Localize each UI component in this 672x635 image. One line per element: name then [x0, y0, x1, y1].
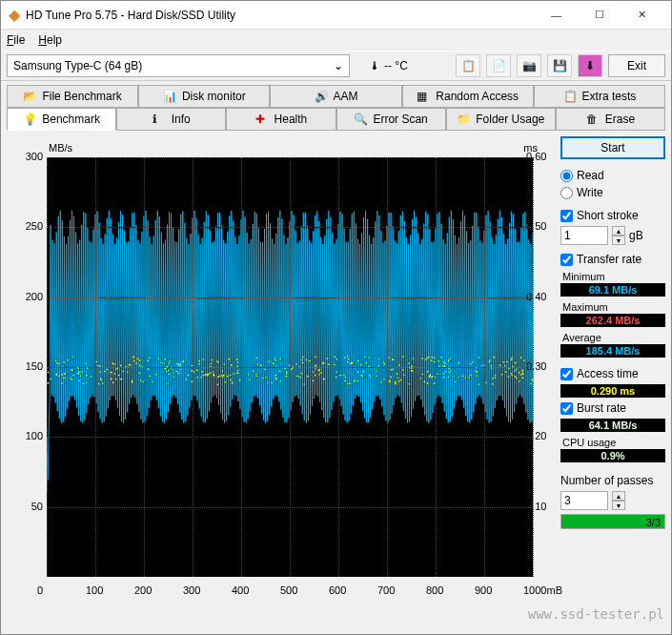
svg-point-377	[389, 379, 391, 381]
svg-point-368	[111, 372, 112, 374]
passes-field: ▲▼	[560, 491, 665, 510]
svg-point-392	[469, 377, 471, 379]
tab-health[interactable]: ✚Health	[226, 108, 336, 131]
info-icon: ℹ	[153, 113, 166, 126]
svg-point-367	[316, 368, 317, 370]
svg-point-210	[175, 371, 177, 373]
write-radio[interactable]: Write	[560, 186, 665, 199]
tab-error-scan[interactable]: 🔍Error Scan	[336, 108, 446, 131]
tab-folder-usage[interactable]: 📁Folder Usage	[446, 108, 556, 131]
svg-point-292	[112, 363, 113, 365]
svg-point-238	[200, 377, 202, 379]
exit-button[interactable]: Exit	[608, 54, 665, 77]
svg-point-346	[391, 369, 393, 371]
svg-point-24	[70, 378, 71, 379]
disk-monitor-icon: 📊	[163, 90, 176, 103]
svg-point-394	[320, 372, 322, 374]
svg-point-108	[347, 383, 349, 385]
svg-point-255	[309, 360, 311, 362]
svg-point-196	[450, 370, 452, 372]
svg-point-190	[426, 358, 428, 359]
burst-rate-check[interactable]: Burst rate	[560, 401, 665, 415]
svg-point-219	[519, 372, 520, 374]
minimize-button[interactable]: —	[535, 2, 578, 29]
svg-point-132	[99, 372, 101, 374]
tab-aam[interactable]: 🔊AAM	[270, 85, 401, 108]
copy-screenshot-button[interactable]: 📄	[486, 54, 511, 77]
svg-point-270	[443, 377, 445, 379]
svg-point-161	[344, 380, 346, 382]
svg-point-65	[139, 365, 141, 367]
svg-point-186	[139, 373, 141, 375]
svg-point-89	[237, 372, 239, 374]
svg-point-302	[72, 375, 74, 377]
svg-point-159	[420, 378, 422, 379]
maximize-button[interactable]: ☐	[578, 2, 621, 29]
svg-point-58	[479, 357, 480, 358]
file-benchmark-icon: 📂	[23, 90, 36, 103]
tab-file-benchmark[interactable]: 📂File Benchmark	[7, 85, 138, 108]
svg-point-297	[180, 363, 182, 365]
svg-point-31	[508, 376, 510, 378]
svg-point-0	[80, 375, 82, 377]
svg-point-265	[115, 379, 117, 380]
svg-point-276	[61, 382, 63, 384]
svg-point-25	[384, 363, 386, 365]
options-button[interactable]: ⬇	[578, 54, 602, 77]
svg-point-167	[50, 379, 51, 380]
svg-point-300	[230, 379, 232, 381]
window-title: HD Tune Pro 5.75 - Hard Disk/SSD Utility	[26, 9, 535, 22]
svg-point-72	[120, 365, 122, 367]
start-button[interactable]: Start	[560, 136, 665, 159]
svg-point-85	[448, 359, 450, 361]
passes-input[interactable]	[560, 491, 608, 510]
device-select[interactable]: Samsung Type-C (64 gB) ⌄	[7, 54, 350, 77]
benchmark-chart: MB/s ms 50100150200250300 0.100.200.300.…	[7, 136, 555, 604]
svg-point-327	[458, 362, 460, 364]
svg-point-3	[501, 374, 503, 376]
svg-point-66	[363, 371, 365, 373]
svg-point-142	[265, 377, 267, 379]
svg-point-56	[164, 362, 166, 364]
tab-erase[interactable]: 🗑Erase	[556, 108, 665, 131]
tab-disk-monitor[interactable]: 📊Disk monitor	[138, 85, 270, 108]
temperature-value: -- °C	[384, 59, 408, 72]
transfer-rate-check[interactable]: Transfer rate	[560, 253, 665, 266]
svg-point-273	[313, 371, 315, 373]
svg-point-258	[392, 358, 394, 360]
svg-point-262	[326, 358, 328, 359]
svg-point-139	[98, 383, 100, 385]
short-stroke-check[interactable]: Short stroke	[560, 209, 665, 222]
save-button[interactable]: 💾	[547, 54, 572, 77]
svg-point-192	[63, 361, 65, 363]
svg-point-74	[318, 374, 320, 376]
tab-benchmark[interactable]: 💡Benchmark	[7, 108, 116, 131]
svg-point-278	[336, 358, 338, 360]
svg-point-263	[249, 379, 251, 381]
passes-spinner[interactable]: ▲▼	[612, 491, 625, 510]
read-radio[interactable]: Read	[560, 169, 665, 182]
tab-extra-tests[interactable]: 📋Extra tests	[534, 85, 665, 108]
svg-point-324	[376, 370, 377, 372]
menu-file[interactable]: File	[7, 33, 25, 47]
svg-point-320	[356, 380, 358, 382]
svg-point-340	[165, 358, 167, 360]
close-button[interactable]: ✕	[621, 2, 663, 29]
svg-point-359	[149, 376, 151, 378]
screenshot-button[interactable]: 📷	[517, 54, 541, 77]
access-time-check[interactable]: Access time	[560, 367, 665, 380]
stat-average: Average185.4 MB/s	[560, 331, 665, 358]
svg-point-386	[275, 359, 276, 361]
tab-info[interactable]: ℹInfo	[116, 108, 226, 131]
short-stroke-input[interactable]	[560, 226, 608, 245]
svg-point-32	[71, 379, 72, 380]
tab-random-access[interactable]: ▦Random Access	[402, 85, 534, 108]
temperature-display: 🌡 -- °C	[369, 59, 408, 72]
svg-point-234	[198, 360, 200, 362]
menu-help[interactable]: Help	[38, 33, 62, 47]
svg-point-200	[302, 357, 304, 358]
short-stroke-spinner[interactable]: ▲▼	[612, 226, 625, 245]
svg-point-144	[485, 381, 487, 383]
svg-point-214	[438, 360, 440, 362]
copy-info-button[interactable]: 📋	[456, 54, 480, 77]
